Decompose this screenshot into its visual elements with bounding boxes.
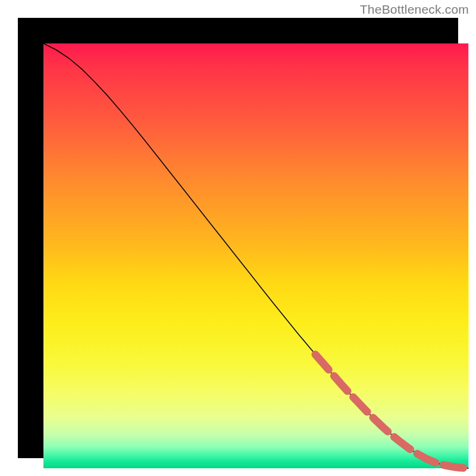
- highlight-dashes: [315, 355, 468, 468]
- chart-container: TheBottleneck.com: [0, 0, 476, 476]
- watermark-text: TheBottleneck.com: [360, 2, 469, 17]
- chart-svg: [43, 43, 468, 468]
- curve-line: [43, 43, 468, 468]
- plot-area: [43, 43, 468, 468]
- chart-frame: [18, 18, 458, 458]
